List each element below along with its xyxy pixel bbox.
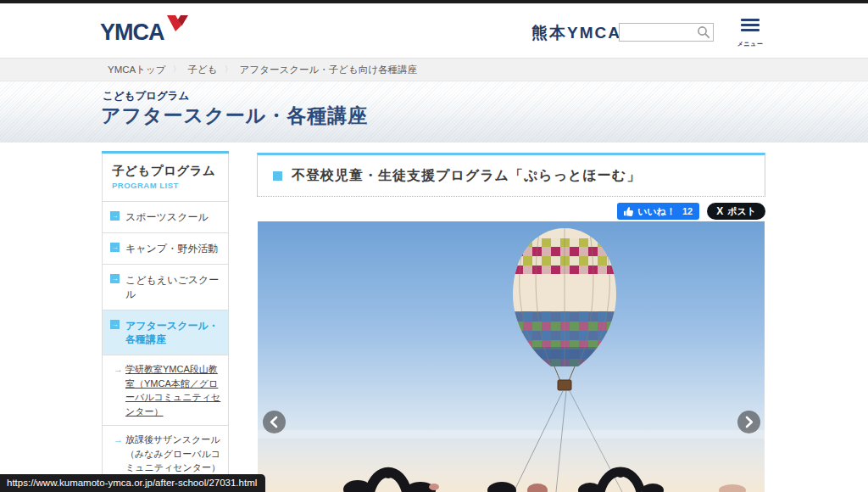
search-input[interactable] xyxy=(621,25,696,40)
arrow-icon: → xyxy=(114,362,123,377)
ymca-logo[interactable]: YMCA xyxy=(100,15,189,44)
breadcrumb-home[interactable]: YMCAトップ xyxy=(108,64,166,76)
menu-label: メニュー xyxy=(737,41,764,47)
breadcrumb: YMCAトップ 〉 子ども 〉 アフタースクール・子ども向け各種講座 xyxy=(0,58,868,81)
arrow-square-icon: → xyxy=(110,320,120,329)
breadcrumb-separator-icon: 〉 xyxy=(173,64,181,75)
window-top-bar xyxy=(0,0,868,3)
carousel-next-button[interactable] xyxy=(737,411,760,433)
breadcrumb-separator-icon: 〉 xyxy=(225,64,233,75)
breadcrumb-current: アフタースクール・子ども向け各種講座 xyxy=(240,64,417,76)
square-bullet-icon xyxy=(273,171,282,181)
sidebar-item-afterschool-active[interactable]: → アフタースクール・各種講座 xyxy=(103,310,228,355)
link-url-tooltip: https://www.kumamoto-ymca.or.jp/after-sc… xyxy=(0,474,265,492)
page-category: こどもプログラム xyxy=(103,89,189,103)
page: YMCA 熊本YMCA メニュー YMCAトップ 〉 子ども 〉 アフタ xyxy=(0,0,868,492)
sidebar-item-camp[interactable]: → キャンプ・野外活動 xyxy=(103,232,228,264)
sidebar-title: 子どもプログラム xyxy=(112,163,219,179)
arrow-icon: → xyxy=(114,433,123,447)
arrow-square-icon: → xyxy=(110,243,120,252)
carousel-prev-button[interactable] xyxy=(263,411,286,433)
search-button[interactable] xyxy=(696,25,711,41)
search-box xyxy=(619,23,714,42)
sidebar-subitem-southern-school[interactable]: → 放課後サザンスクール（みなみグローバルコミュニティセンター） xyxy=(103,425,228,482)
x-post-label: ポスト xyxy=(727,205,756,218)
arrow-square-icon: → xyxy=(110,211,120,221)
arrow-square-icon: → xyxy=(110,274,120,283)
site-name: 熊本YMCA xyxy=(531,22,621,44)
page-title-band: こどもプログラム アフタースクール・各種講座 xyxy=(0,81,868,143)
article-title: 不登校児童・生徒支援プログラム「ぷらっとほーむ」 xyxy=(292,167,641,185)
menu-button[interactable]: メニュー xyxy=(737,19,764,49)
sidebar-program-list: 子どもプログラム PROGRAM LIST → スポーツスクール → キャンプ・… xyxy=(102,151,229,492)
ymca-logo-mark-icon xyxy=(166,15,189,41)
sidebar-item-sports-school[interactable]: → スポーツスクール xyxy=(103,201,228,232)
chevron-left-icon xyxy=(263,411,286,433)
facebook-like-label: いいね！ xyxy=(637,205,676,218)
ymca-logo-text: YMCA xyxy=(100,21,164,44)
sidebar-item-english-school[interactable]: → こどもえいごスクール xyxy=(103,264,228,309)
sidebar-subitem-gakken-classroom[interactable]: → 学研教室YMCA段山教室（YMCA本館／グローバルコミュニティセンター） xyxy=(103,355,228,425)
facebook-like-button[interactable]: いいね！ 12 xyxy=(617,203,699,220)
breadcrumb-kids[interactable]: 子ども xyxy=(188,64,218,76)
article-title-box: 不登校児童・生徒支援プログラム「ぷらっとほーむ」 xyxy=(257,153,765,197)
thumbs-up-icon xyxy=(624,207,633,216)
share-row: いいね！ 12 X ポスト xyxy=(257,203,765,220)
chevron-right-icon xyxy=(737,411,760,433)
search-icon xyxy=(697,29,710,42)
balloon-photo-illustration xyxy=(258,221,765,492)
page-title: アフタースクール・各種講座 xyxy=(101,103,368,129)
x-logo-icon: X xyxy=(716,205,723,217)
sidebar-subtitle: PROGRAM LIST xyxy=(112,181,219,190)
hamburger-icon xyxy=(741,19,760,31)
facebook-like-count: 12 xyxy=(680,206,693,216)
sidebar-header: 子どもプログラム PROGRAM LIST xyxy=(103,154,228,201)
x-post-button[interactable]: X ポスト xyxy=(707,203,765,220)
article-photo-hot-air-balloon xyxy=(258,221,765,492)
